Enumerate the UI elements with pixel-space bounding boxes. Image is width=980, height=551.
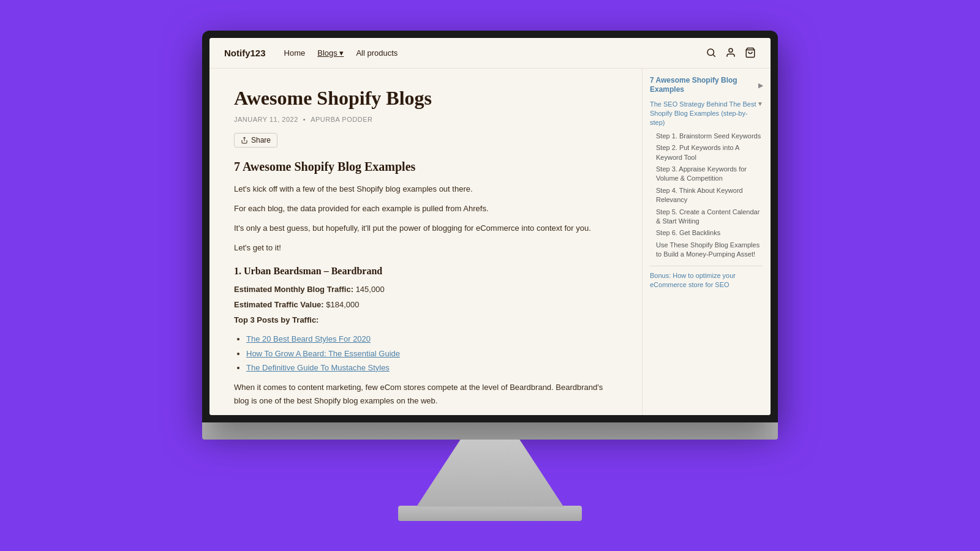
store-nav: Notify123 Home Blogs ▾ All products xyxy=(209,38,771,69)
main-article: Awesome Shopify Blogs JANUARY 11, 2022 •… xyxy=(209,69,642,415)
toc-sub-item-1[interactable]: Step 1. Brainstorm Seed Keywords xyxy=(650,130,763,142)
blog1-heading: 1. Urban Beardsman – Beardbrand xyxy=(234,266,617,277)
svg-point-0 xyxy=(707,49,714,56)
monitor-chin xyxy=(202,422,778,440)
toc-bonus[interactable]: Bonus: How to optimize your eCommerce st… xyxy=(650,271,763,290)
nav-all-products[interactable]: All products xyxy=(356,48,398,58)
article-author: APURBA PODDER xyxy=(311,116,372,123)
section1-heading: 7 Awesome Shopify Blog Examples xyxy=(234,160,617,174)
article-title: Awesome Shopify Blogs xyxy=(234,87,617,110)
share-button[interactable]: Share xyxy=(234,133,277,148)
nav-blogs[interactable]: Blogs ▾ xyxy=(317,48,344,58)
article-date: JANUARY 11, 2022 xyxy=(234,116,298,123)
monitor-wrapper: Notify123 Home Blogs ▾ All products xyxy=(202,31,778,521)
monitor-stand-top xyxy=(417,440,564,507)
sidebar-toc: 7 Awesome Shopify Blog Examples ▶ The SE… xyxy=(642,69,771,415)
nav-icons xyxy=(706,47,756,58)
monitor-stand-base xyxy=(398,506,582,521)
svg-line-1 xyxy=(713,54,715,56)
article-intro4: Let's get to it! xyxy=(234,241,617,255)
store-content: Awesome Shopify Blogs JANUARY 11, 2022 •… xyxy=(209,69,771,415)
toc-sub-item-5[interactable]: Step 5. Create a Content Calendar & Star… xyxy=(650,206,763,228)
chevron-down-icon: ▾ xyxy=(339,48,344,58)
article-meta: JANUARY 11, 2022 • APURBA PODDER xyxy=(234,116,617,123)
article-intro1: Let's kick off with a few of the best Sh… xyxy=(234,182,617,196)
toc-sub-item-6[interactable]: Step 6. Get Backlinks xyxy=(650,227,763,239)
toc-section-arrow: ▼ xyxy=(757,100,763,108)
toc-sub-item-4[interactable]: Step 4. Think About Keyword Relevancy xyxy=(650,185,763,206)
account-icon[interactable] xyxy=(725,47,736,58)
article-intro2: For each blog, the data provided for eac… xyxy=(234,202,617,216)
monitor-screen: Notify123 Home Blogs ▾ All products xyxy=(209,38,771,415)
post-link-3[interactable]: The Definitive Guide To Mustache Styles xyxy=(246,363,390,372)
list-item: How To Grow A Beard: The Essential Guide xyxy=(246,347,617,361)
monitor-body: Notify123 Home Blogs ▾ All products xyxy=(202,31,778,422)
list-item: The 20 Best Beard Styles For 2020 xyxy=(246,332,617,346)
toc-expand-icon: ▶ xyxy=(758,81,763,89)
search-icon[interactable] xyxy=(706,47,717,58)
store-logo: Notify123 xyxy=(224,48,266,58)
list-item: The Definitive Guide To Mustache Styles xyxy=(246,361,617,375)
toc-sub-item-7[interactable]: Use These Shopify Blog Examples to Build… xyxy=(650,239,763,261)
toc-section-title[interactable]: The SEO Strategy Behind The Best Shopify… xyxy=(650,100,763,128)
traffic-val-line: Estimated Traffic Value: $184,000 xyxy=(234,298,617,312)
top3-label: Top 3 Posts by Traffic: xyxy=(234,313,617,327)
cart-icon[interactable] xyxy=(745,47,756,58)
toc-divider xyxy=(650,266,763,266)
toc-header[interactable]: 7 Awesome Shopify Blog Examples ▶ xyxy=(650,76,763,95)
traffic-line: Estimated Monthly Blog Traffic: 145,000 xyxy=(234,283,617,296)
post-link-2[interactable]: How To Grow A Beard: The Essential Guide xyxy=(246,349,400,358)
share-icon xyxy=(241,137,248,144)
toc-section: The SEO Strategy Behind The Best Shopify… xyxy=(650,100,763,261)
toc-sub-item-2[interactable]: Step 2. Put Keywords into A Keyword Tool xyxy=(650,142,763,163)
article-intro3: It's only a best guess, but hopefully, i… xyxy=(234,222,617,235)
toc-sub-item-3[interactable]: Step 3. Appraise Keywords for Volume & C… xyxy=(650,163,763,185)
post-link-1[interactable]: The 20 Best Beard Styles For 2020 xyxy=(246,334,371,343)
top3-list: The 20 Best Beard Styles For 2020 How To… xyxy=(246,332,617,375)
svg-point-2 xyxy=(729,48,733,52)
blog1-desc: When it comes to content marketing, few … xyxy=(234,381,617,408)
nav-home[interactable]: Home xyxy=(284,48,306,58)
